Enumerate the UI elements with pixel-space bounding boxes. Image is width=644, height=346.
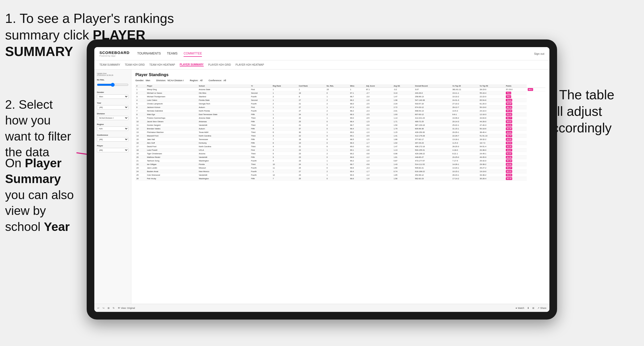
- cell-15-11: 11-5-3: [452, 141, 479, 145]
- col-points: Points: [505, 84, 527, 88]
- nav-tournaments[interactable]: TOURNAMENTS: [137, 51, 161, 57]
- redo-btn[interactable]: ↪: [102, 307, 105, 309]
- cell-15-10: 467-29-23: [414, 141, 452, 145]
- cell-25-8: -1.6: [365, 177, 393, 181]
- cell-7-9: 1.93: [393, 113, 414, 116]
- subnav-player-h2h-heatmap[interactable]: PLAYER H2H HEATMAP: [236, 63, 264, 66]
- cell-16-2: North Carolina: [198, 145, 250, 148]
- cell-8-7: 69.0: [349, 116, 365, 120]
- cell-3-5: 27: [298, 99, 326, 102]
- cell-25-9: 1.56: [393, 177, 414, 181]
- sub-nav: TEAM SUMMARY TEAM H2H GRID TEAM H2H HEAT…: [94, 60, 549, 70]
- cell-12-4: 6: [272, 131, 298, 134]
- cell-24-9: 1.65: [393, 173, 414, 177]
- cell-25-2: Washington: [198, 177, 250, 181]
- cell-15-9: 1.92: [393, 141, 414, 145]
- cell-10-7: 68.7: [349, 123, 365, 127]
- gender-select[interactable]: Men: [97, 94, 128, 99]
- cell-2-5: 8: [298, 95, 326, 99]
- cell-13-12: 51-51-10: [479, 134, 505, 138]
- subnav-player-summary[interactable]: PLAYER SUMMARY: [180, 63, 204, 66]
- cell-15-1: Alex Goff: [146, 141, 198, 145]
- cell-15-3: Fifth: [250, 141, 272, 145]
- subnav-player-h2h-grid[interactable]: PLAYER H2H GRID: [208, 63, 231, 66]
- view-label: View: Original: [121, 307, 135, 309]
- nav-links[interactable]: TOURNAMENTS TEAMS COMMITTEE: [137, 51, 534, 57]
- cell-8-8: -0.5: [365, 116, 393, 120]
- grid-btn[interactable]: ⊞: [532, 307, 534, 309]
- table-row: 14Maxwell FordNorth CarolinaThird322069.…: [135, 134, 545, 138]
- cell-11-9: 1.79: [393, 127, 414, 131]
- cell-5-1: Jackson Koivun: [146, 106, 198, 109]
- cell-0-3: First: [250, 88, 272, 91]
- cell-3-9: 1.98: [393, 99, 414, 102]
- cell-3-12: 65-54-6: [479, 99, 505, 102]
- cell-14-0: 15: [135, 138, 146, 141]
- nav-sign-out[interactable]: Sign out: [534, 52, 544, 55]
- cell-8-11: 19-39-2: [452, 116, 479, 120]
- cell-5-13: 68.18: [505, 106, 527, 109]
- cell-25-12: 35-26-4: [479, 177, 505, 181]
- cell-1-3: Second: [250, 91, 272, 95]
- col-no-rds: No. Rds.: [326, 84, 349, 88]
- subnav-team-summary[interactable]: TEAM SUMMARY: [99, 63, 120, 66]
- no-rds-slider[interactable]: [97, 82, 128, 88]
- cell-15-2: Kentucky: [198, 141, 250, 145]
- watch-btn[interactable]: ● Watch: [516, 307, 524, 309]
- filter-division-label: Division:: [156, 79, 166, 82]
- region-select[interactable]: N/A: [97, 127, 128, 131]
- filter-gender-label: Gender:: [135, 79, 144, 82]
- player-label: Player: [97, 145, 128, 147]
- refresh-btn[interactable]: ↻: [113, 307, 115, 309]
- annotation-step1-text: 1. To see a Player's rankings summary cl…: [5, 11, 174, 42]
- cell-24-11: 26-23-1: [452, 173, 479, 177]
- table-row: 10Jacob Skov OlesenArkansasFifth125068.4…: [135, 120, 545, 123]
- cell-12-9: 1.15: [393, 131, 414, 134]
- cell-12-3: Third: [250, 131, 272, 134]
- cell-22-0: 23: [135, 166, 146, 170]
- cell-5-10: 674-33-12: [414, 106, 452, 109]
- cell-2-2: Stanford: [198, 95, 250, 99]
- cell-17-3: First: [250, 148, 272, 152]
- cell-0-14: 88.2: [527, 88, 545, 91]
- cell-1-7: 67.1: [349, 91, 365, 95]
- filter-conference-val: All: [224, 79, 226, 82]
- subnav-team-h2h-heatmap[interactable]: TEAM H2H HEATMAP: [149, 63, 175, 66]
- cell-18-3: Third: [250, 152, 272, 156]
- year-select[interactable]: (All): [97, 105, 128, 109]
- cell-6-6: 2: [326, 109, 349, 113]
- conference-select[interactable]: (All): [97, 137, 128, 142]
- cell-4-6: 2: [326, 102, 349, 106]
- cell-2-6: 1: [326, 95, 349, 99]
- cell-17-9: 1.13: [393, 148, 414, 152]
- cell-0-5: 1: [298, 88, 326, 91]
- cell-16-12: 54-51-4: [479, 145, 505, 148]
- cell-13-8: -0.5: [365, 134, 393, 138]
- cell-1-11: 19-11-1: [452, 91, 479, 95]
- division-select[interactable]: NCAA Division I: [97, 116, 128, 120]
- view-original-btn[interactable]: 👁 View: Original: [118, 307, 135, 309]
- table-row: 5Christo LamprechtGeorgia TechFourth2212…: [135, 102, 545, 106]
- subnav-team-h2h-grid[interactable]: TEAM H2H GRID: [125, 63, 145, 66]
- download-btn[interactable]: ⬇: [527, 307, 529, 309]
- undo-btn[interactable]: ↩: [97, 307, 99, 309]
- table-row: 15Jake HallTennesseeFifth718068.5-1.51.6…: [135, 138, 545, 141]
- cell-19-7: 68.8: [349, 156, 365, 159]
- cell-7-10: 607-63-12: [414, 113, 452, 116]
- cell-4-11: 27-10-2: [452, 102, 479, 106]
- cell-4-9: 2.34: [393, 102, 414, 106]
- share-btn[interactable]: ↗ Share: [537, 307, 546, 309]
- cell-25-1: Petr Hruby: [146, 177, 198, 181]
- cell-4-3: Fourth: [250, 102, 272, 106]
- conference-label: Conference: [97, 134, 128, 136]
- nav-committee[interactable]: COMMITTEE: [184, 51, 202, 57]
- col-conf-rank: Conf Rank: [298, 84, 326, 88]
- cell-8-3: Third: [250, 116, 272, 120]
- player-select[interactable]: (All): [97, 148, 128, 152]
- nav-teams[interactable]: TEAMS: [167, 51, 177, 57]
- cell-12-11: 20-29-1: [452, 131, 479, 134]
- table-header-row: # Player School Yr Reg Rank Conf Rank No…: [135, 84, 545, 88]
- cell-4-12: 61-20-3: [479, 102, 505, 106]
- content-area: Update time: 27/03/2024 16:56:26 No Rds.…: [94, 70, 549, 304]
- copy-btn[interactable]: ⊞: [108, 307, 110, 309]
